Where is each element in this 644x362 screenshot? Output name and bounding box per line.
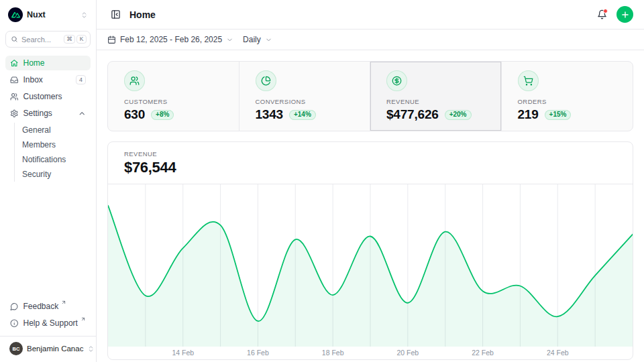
- sidebar-nav: Home Inbox 4 Customers Settings General: [5, 56, 91, 182]
- stat-delta-badge: +15%: [545, 110, 572, 120]
- sidebar-item-label: Help & Support: [23, 318, 78, 328]
- sidebar-item-customers[interactable]: Customers: [5, 89, 91, 104]
- inbox-count-badge: 4: [76, 75, 86, 84]
- arrow-up-right-icon: [80, 316, 86, 323]
- revenue-chart-svg: [108, 184, 633, 347]
- sidebar-item-label: Settings: [23, 109, 52, 118]
- kbd-k: K: [76, 35, 87, 44]
- sidebar-item-home[interactable]: Home: [5, 56, 91, 70]
- sidebar-item-help-support[interactable]: Help & Support: [5, 316, 91, 330]
- sidebar-item-label: Inbox: [23, 75, 43, 84]
- chart-plot-area[interactable]: [108, 184, 633, 347]
- stat-delta-badge: +20%: [445, 110, 472, 120]
- sidebar-item-security[interactable]: Security: [22, 167, 91, 182]
- x-tick-label: 18 Feb: [322, 349, 344, 357]
- granularity-select[interactable]: Daily: [243, 35, 272, 44]
- filter-toolbar: Feb 12, 2025 - Feb 26, 2025 Daily: [97, 29, 644, 50]
- stat-revenue[interactable]: REVENUE $477,626 +20%: [370, 62, 502, 131]
- chart-header: REVENUE $76,544: [108, 142, 633, 184]
- chart-metric-label: REVENUE: [124, 150, 616, 158]
- workspace-switcher[interactable]: Nuxt: [5, 5, 91, 24]
- main-area: Home Feb 12, 2025 - Feb 26, 2025 Daily: [97, 0, 644, 362]
- stat-value: 630: [124, 107, 145, 122]
- plus-icon: [621, 10, 630, 19]
- sidebar-item-label: Feedback: [23, 302, 59, 311]
- chart-pie-icon: [256, 70, 276, 91]
- sidebar-item-settings[interactable]: Settings: [5, 106, 91, 121]
- stat-value: 1343: [256, 107, 283, 122]
- stat-orders[interactable]: ORDERS 219 +15%: [502, 62, 633, 131]
- app-root: Nuxt ⌘ K Home Inbox 4: [0, 0, 644, 362]
- users-icon: [124, 70, 145, 91]
- notifications-button[interactable]: [594, 7, 610, 23]
- stat-value: $477,626: [386, 107, 439, 122]
- chart-x-axis: 14 Feb 16 Feb 18 Feb 20 Feb 22 Feb 24 Fe…: [108, 347, 633, 359]
- collapse-sidebar-button[interactable]: [107, 7, 123, 23]
- search-icon: [11, 36, 18, 43]
- chart-metric-value: $76,544: [124, 159, 616, 176]
- date-range-value: Feb 12, 2025 - Feb 26, 2025: [120, 35, 222, 44]
- sidebar-item-members[interactable]: Members: [22, 137, 91, 152]
- notification-dot: [603, 9, 608, 13]
- panel-left-close-icon: [111, 9, 121, 19]
- house-icon: [10, 59, 19, 68]
- x-tick-label: 20 Feb: [396, 349, 419, 357]
- avatar: BC: [9, 342, 23, 355]
- search-field[interactable]: [21, 36, 56, 44]
- message-circle-icon: [10, 302, 19, 311]
- gear-icon: [10, 109, 19, 118]
- sidebar-item-inbox[interactable]: Inbox 4: [5, 72, 91, 87]
- kbd-cmd: ⌘: [64, 35, 76, 44]
- chevron-down-icon: [226, 36, 233, 44]
- sidebar-item-label: Customers: [23, 92, 62, 101]
- sidebar-item-feedback[interactable]: Feedback: [5, 299, 91, 314]
- stat-label: REVENUE: [386, 98, 485, 105]
- chevron-down-icon: [265, 36, 272, 44]
- page-title: Home: [129, 9, 156, 20]
- users-icon: [10, 93, 19, 101]
- shopping-cart-icon: [518, 70, 539, 91]
- stat-conversions[interactable]: CONVERSIONS 1343 +14%: [239, 62, 371, 131]
- chevrons-up-down-icon: [80, 11, 88, 19]
- topbar-actions: [594, 6, 633, 23]
- sidebar-item-general[interactable]: General: [22, 123, 91, 137]
- workspace-name: Nuxt: [27, 10, 46, 19]
- sidebar-footer-nav: Feedback Help & Support: [5, 299, 91, 330]
- x-tick-label: 24 Feb: [547, 349, 569, 357]
- search-input[interactable]: ⌘ K: [5, 31, 91, 48]
- stat-label: CONVERSIONS: [256, 98, 354, 105]
- stats-row: CUSTOMERS 630 +8% CONVERSIONS 1343 +14%: [107, 61, 633, 131]
- add-button[interactable]: [616, 6, 633, 23]
- arrow-up-right-icon: [61, 300, 66, 306]
- stat-value: 219: [518, 107, 539, 122]
- revenue-chart-card: REVENUE $76,544 14 Feb 16 Feb 18 Feb 20 …: [107, 141, 633, 360]
- nuxt-logo-icon: [8, 7, 23, 22]
- chevrons-up-down-icon: [87, 345, 95, 353]
- search-shortcut: ⌘ K: [64, 35, 87, 44]
- sidebar: Nuxt ⌘ K Home Inbox 4: [0, 0, 97, 362]
- stat-delta-badge: +8%: [151, 110, 174, 120]
- stat-delta-badge: +14%: [289, 110, 316, 120]
- inbox-icon: [10, 76, 19, 84]
- stat-label: CUSTOMERS: [124, 98, 223, 105]
- stat-customers[interactable]: CUSTOMERS 630 +8%: [108, 62, 239, 131]
- date-range-picker[interactable]: Feb 12, 2025 - Feb 26, 2025: [107, 35, 233, 44]
- sidebar-item-label: Home: [23, 58, 45, 68]
- x-tick-label: 22 Feb: [472, 349, 494, 357]
- circle-dollar-icon: [386, 70, 407, 91]
- sidebar-spacer: [5, 182, 91, 299]
- settings-subnav: General Members Notifications Security: [14, 123, 91, 182]
- stat-label: ORDERS: [518, 98, 617, 105]
- granularity-value: Daily: [243, 35, 261, 44]
- info-icon: [10, 319, 19, 328]
- content: CUSTOMERS 630 +8% CONVERSIONS 1343 +14%: [97, 50, 644, 362]
- chevron-up-icon: [78, 109, 87, 118]
- user-menu[interactable]: BC Benjamin Canac: [5, 337, 91, 357]
- calendar-icon: [107, 36, 116, 44]
- top-bar: Home: [97, 0, 644, 29]
- user-name: Benjamin Canac: [27, 345, 83, 353]
- x-tick-label: 16 Feb: [247, 349, 269, 357]
- sidebar-item-notifications[interactable]: Notifications: [22, 152, 91, 167]
- x-tick-label: 14 Feb: [172, 349, 194, 357]
